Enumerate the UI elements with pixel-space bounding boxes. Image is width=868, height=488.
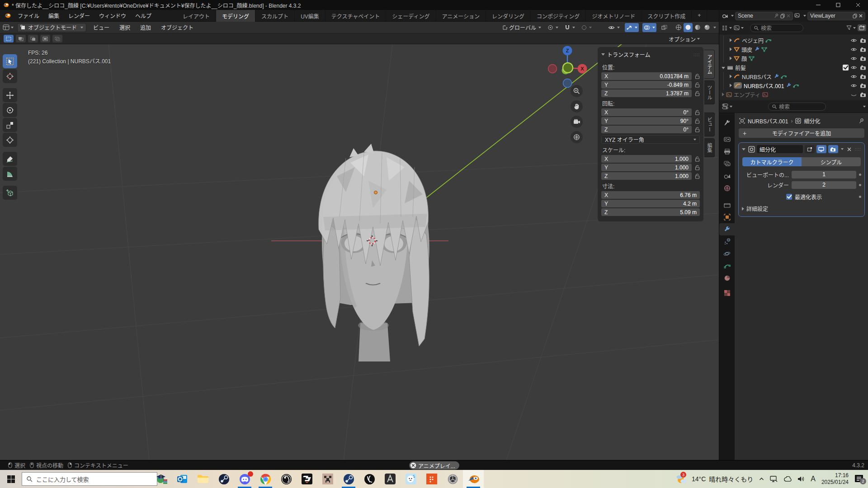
scale-x-field[interactable]: X1.000 <box>601 155 692 163</box>
select-mode-intersect-button[interactable] <box>52 35 62 42</box>
unity-hub-icon[interactable] <box>442 470 463 488</box>
tab-sculpting[interactable]: スカルプト <box>255 10 295 22</box>
proportional-edit-toggle[interactable] <box>580 23 593 32</box>
optimal-display-checkbox[interactable] <box>786 194 792 200</box>
scale-tool[interactable] <box>3 118 17 132</box>
tab-texture-paint[interactable]: テクスチャペイント <box>326 10 387 22</box>
gizmo-y-positive[interactable] <box>563 63 573 73</box>
toggle-ortho-icon[interactable] <box>571 131 583 143</box>
outliner-row-nurbs-path[interactable]: NURBSパス <box>719 72 868 81</box>
render-display-toggle[interactable] <box>828 145 838 153</box>
dimensions-z-field[interactable]: Z5.09 m <box>601 208 700 216</box>
outliner-row-bezier-circle[interactable]: ベジェ円 <box>719 36 868 45</box>
sidebar-tab-view[interactable]: ビュー <box>704 113 715 136</box>
annotate-tool[interactable] <box>3 152 17 166</box>
blender-logo-icon[interactable] <box>4 13 11 19</box>
view-layer-field[interactable]: ViewLayer <box>807 12 865 20</box>
modifier-name-field[interactable]: 細分化 <box>757 145 803 153</box>
maximize-button[interactable] <box>828 0 848 10</box>
lock-icon[interactable] <box>695 82 700 88</box>
chrome-icon[interactable] <box>255 470 276 488</box>
minimize-button[interactable] <box>808 0 828 10</box>
pin-icon[interactable] <box>859 118 864 124</box>
pan-hand-icon[interactable] <box>571 100 583 113</box>
object-origin-point[interactable] <box>374 191 377 194</box>
rotation-x-field[interactable]: X0° <box>601 108 692 116</box>
transform-panel-title[interactable]: トランスフォーム <box>607 51 650 58</box>
notification-center-icon[interactable]: 2 <box>854 474 863 483</box>
gizmos-toggle[interactable] <box>625 23 639 32</box>
tab-scripting[interactable]: スクリプト作成 <box>642 10 692 22</box>
animate-dot[interactable] <box>859 196 861 198</box>
rotation-mode-dropdown[interactable]: XYZ オイラー角 <box>601 135 700 144</box>
tab-object-data-icon[interactable] <box>719 260 735 272</box>
shading-wireframe-button[interactable] <box>674 23 683 32</box>
volume-icon[interactable] <box>797 476 805 482</box>
rotation-y-field[interactable]: Y90° <box>601 117 692 125</box>
tab-uv-editing[interactable]: UV編集 <box>295 10 326 22</box>
hide-eye-icon[interactable] <box>850 56 857 61</box>
tab-object-icon[interactable] <box>719 211 735 223</box>
outliner-search-input[interactable]: 検索 <box>750 24 803 32</box>
lock-icon[interactable] <box>695 110 700 115</box>
menu-window[interactable]: ウィンドウ <box>94 12 131 19</box>
hidden-eye-closed-icon[interactable] <box>850 92 857 97</box>
dimensions-x-field[interactable]: X6.76 m <box>601 191 700 199</box>
tab-modeling[interactable]: モデリング <box>216 10 255 22</box>
steam-running-icon[interactable] <box>338 470 359 488</box>
tab-particles-icon[interactable] <box>719 235 735 248</box>
transform-tool[interactable] <box>3 133 17 147</box>
camera-view-icon[interactable] <box>571 116 583 128</box>
tab-compositing[interactable]: コンポジティング <box>531 10 586 22</box>
snapping-toggle[interactable] <box>563 23 576 32</box>
properties-editor-type-icon[interactable] <box>722 103 732 109</box>
copy-view-layer-icon[interactable] <box>853 14 857 19</box>
tab-output-icon[interactable] <box>719 145 735 158</box>
gizmo-x-negative[interactable] <box>548 65 557 73</box>
hide-eye-icon[interactable] <box>850 38 857 43</box>
lock-icon[interactable] <box>695 118 700 124</box>
education-app-icon[interactable] <box>151 470 172 488</box>
hide-eye-icon[interactable] <box>850 74 857 79</box>
modifier-grip[interactable]: :::: <box>855 147 861 151</box>
disable-render-camera-icon[interactable] <box>860 47 866 52</box>
disable-render-camera-icon[interactable] <box>860 38 866 43</box>
ime-indicator[interactable]: A <box>811 475 816 483</box>
tab-material-icon[interactable] <box>719 272 735 284</box>
dimensions-y-field[interactable]: Y4.2 m <box>601 200 700 207</box>
tab-physics-icon[interactable] <box>719 248 735 260</box>
delete-modifier-icon[interactable] <box>847 147 851 151</box>
catmull-clark-button[interactable]: カトマルクラーク <box>742 157 802 166</box>
scale-y-field[interactable]: Y1.000 <box>601 164 692 171</box>
options-dropdown[interactable]: オプション <box>666 34 703 43</box>
menu-select[interactable]: 選択 <box>116 23 133 31</box>
measure-tool[interactable] <box>3 167 17 181</box>
file-explorer-icon[interactable] <box>193 470 213 488</box>
lock-icon[interactable] <box>695 74 700 79</box>
scale-z-field[interactable]: Z1.000 <box>601 172 692 180</box>
close-button[interactable] <box>848 0 868 10</box>
pivot-point-dropdown[interactable] <box>546 23 560 32</box>
cancel-operator-icon[interactable] <box>410 462 416 469</box>
view-layer-icon[interactable] <box>794 13 801 19</box>
a-app-icon[interactable] <box>380 470 401 488</box>
breadcrumb-modifier[interactable]: 細分化 <box>804 117 820 125</box>
outliner-row-face[interactable]: 顔 <box>719 54 868 63</box>
tab-shading[interactable]: シェーディング <box>386 10 436 22</box>
outliner-row-empty[interactable]: エンプティ <box>719 90 868 99</box>
select-mode-extend-button[interactable] <box>16 35 26 42</box>
scene-name-field[interactable]: Scene <box>735 12 793 20</box>
xray-toggle[interactable] <box>660 23 669 32</box>
hide-eye-icon[interactable] <box>850 65 857 70</box>
sidebar-tab-tool[interactable]: ツール <box>704 80 715 104</box>
discord-icon[interactable] <box>234 470 255 488</box>
lock-icon[interactable] <box>695 156 700 162</box>
disable-render-camera-icon[interactable] <box>860 92 866 97</box>
outliner-row-nurbs-path-001[interactable]: NURBSパス.001 <box>719 81 868 90</box>
panel-grip[interactable]: :::: <box>693 52 700 57</box>
editor-type-icon[interactable] <box>3 24 14 30</box>
modifier-extras-dropdown[interactable] <box>841 148 844 150</box>
start-button[interactable] <box>0 470 22 488</box>
move-tool[interactable] <box>3 88 17 102</box>
tab-geometry-nodes[interactable]: ジオメトリノード <box>586 10 642 22</box>
